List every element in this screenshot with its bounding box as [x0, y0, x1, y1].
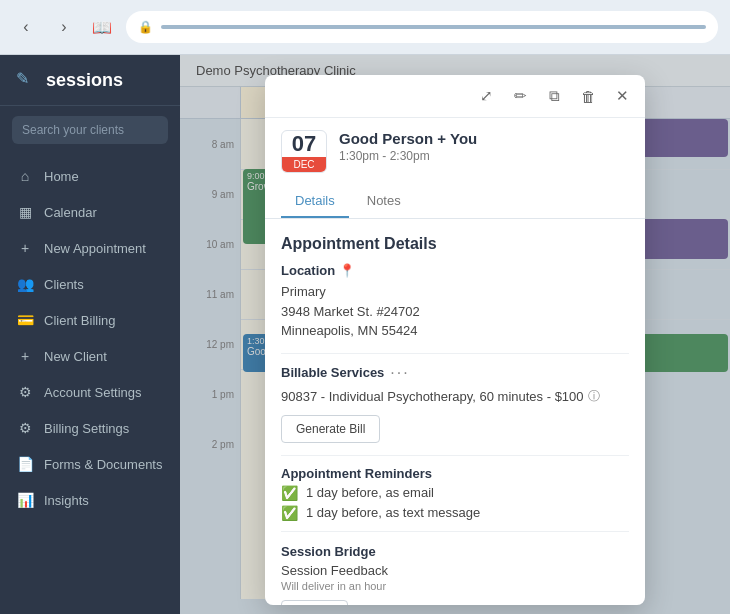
- modal-body: Appointment Details Location 📍 Primary 3…: [265, 219, 645, 605]
- location-address2: Minneapolis, MN 55424: [281, 321, 629, 341]
- info-icon: ⓘ: [588, 388, 600, 405]
- sidebar-logo-text: sessions: [46, 70, 123, 91]
- event-time: 1:30pm - 2:30pm: [339, 149, 477, 163]
- billable-value: 90837 - Individual Psychotherapy, 60 min…: [281, 388, 629, 405]
- close-button[interactable]: ✕: [609, 83, 635, 109]
- location-pin-icon: 📍: [339, 263, 355, 278]
- calendar-icon: ▦: [16, 204, 34, 220]
- event-title: Good Person + You: [339, 130, 477, 147]
- home-icon: ⌂: [16, 168, 34, 184]
- sidebar-nav: ⌂ Home ▦ Calendar + New Appointment 👥 Cl…: [0, 154, 180, 614]
- modal-toolbar: ⤢ ✏ ⧉ 🗑 ✕: [265, 75, 645, 118]
- sidebar-item-billing-settings[interactable]: ⚙ Billing Settings: [0, 410, 180, 446]
- tab-notes-label: Notes: [367, 193, 401, 208]
- location-type: Primary: [281, 282, 629, 302]
- sidebar-item-insights-label: Insights: [44, 493, 89, 508]
- sidebar-item-insights[interactable]: 📊 Insights: [0, 482, 180, 518]
- event-date-badge: 07 Dec: [281, 130, 327, 173]
- sidebar-item-billing-settings-label: Billing Settings: [44, 421, 129, 436]
- modal-overlay: ⤢ ✏ ⧉ 🗑 ✕ 07 Dec Good Person + You 1:30p…: [180, 55, 730, 614]
- back-button[interactable]: ‹: [12, 13, 40, 41]
- settings-icon: ⚙: [16, 384, 34, 400]
- divider-2: [281, 455, 629, 456]
- billable-more-icon[interactable]: ···: [390, 364, 409, 382]
- sidebar: ✎ sessions ⌂ Home ▦ Calendar + New Appoi…: [0, 55, 180, 614]
- sidebar-item-client-billing[interactable]: 💳 Client Billing: [0, 302, 180, 338]
- event-info: Good Person + You 1:30pm - 2:30pm: [339, 130, 477, 163]
- sidebar-item-home-label: Home: [44, 169, 79, 184]
- sidebar-item-new-appointment-label: New Appointment: [44, 241, 146, 256]
- address-fill: [161, 25, 706, 29]
- copy-button[interactable]: ⧉: [541, 83, 567, 109]
- plus-icon: +: [16, 240, 34, 256]
- session-feedback-label: Session Feedback: [281, 563, 629, 578]
- tab-notes[interactable]: Notes: [353, 185, 415, 218]
- main-layout: ✎ sessions ⌂ Home ▦ Calendar + New Appoi…: [0, 55, 730, 614]
- reminder-item-1: ✅ 1 day before, as email: [281, 485, 629, 501]
- appointment-details-title: Appointment Details: [281, 235, 629, 253]
- location-label-text: Location: [281, 263, 335, 278]
- sidebar-item-new-appointment[interactable]: + New Appointment: [0, 230, 180, 266]
- session-feedback-sub: Will deliver in an hour: [281, 580, 629, 592]
- session-bridge-title: Session Bridge: [281, 544, 629, 559]
- forms-icon: 📄: [16, 456, 34, 472]
- event-date-day: 07: [282, 131, 326, 157]
- location-value: Primary 3948 Market St. #24702 Minneapol…: [281, 282, 629, 341]
- sidebar-item-account-settings-label: Account Settings: [44, 385, 142, 400]
- delete-button[interactable]: 🗑: [575, 83, 601, 109]
- sidebar-item-new-client[interactable]: + New Client: [0, 338, 180, 374]
- billable-header: Billable Services ···: [281, 364, 629, 382]
- appointment-modal: ⤢ ✏ ⧉ 🗑 ✕ 07 Dec Good Person + You 1:30p…: [265, 75, 645, 605]
- billable-text: 90837 - Individual Psychotherapy, 60 min…: [281, 389, 584, 404]
- cancel-button[interactable]: Cancel: [281, 600, 348, 605]
- bookmark-icon: 📖: [88, 13, 116, 41]
- divider-1: [281, 353, 629, 354]
- sidebar-item-account-settings[interactable]: ⚙ Account Settings: [0, 374, 180, 410]
- check-icon-2: ✅: [281, 505, 298, 521]
- sidebar-item-clients-label: Clients: [44, 277, 84, 292]
- modal-tabs: Details Notes: [265, 185, 645, 219]
- sidebar-search-container: [0, 106, 180, 154]
- billing-settings-icon: ⚙: [16, 420, 34, 436]
- address-bar[interactable]: 🔒: [126, 11, 718, 43]
- reminder-text-2: 1 day before, as text message: [306, 505, 480, 520]
- sidebar-item-calendar-label: Calendar: [44, 205, 97, 220]
- sidebar-item-home[interactable]: ⌂ Home: [0, 158, 180, 194]
- browser-chrome: ‹ › 📖 🔒: [0, 0, 730, 55]
- insights-icon: 📊: [16, 492, 34, 508]
- sidebar-item-forms-documents[interactable]: 📄 Forms & Documents: [0, 446, 180, 482]
- tab-details[interactable]: Details: [281, 185, 349, 218]
- event-date-month: Dec: [282, 157, 326, 172]
- sidebar-logo: ✎ sessions: [0, 55, 180, 106]
- sidebar-item-new-client-label: New Client: [44, 349, 107, 364]
- location-label: Location 📍: [281, 263, 629, 278]
- billable-label: Billable Services: [281, 365, 384, 380]
- modal-event-header: 07 Dec Good Person + You 1:30pm - 2:30pm: [265, 118, 645, 185]
- tab-details-label: Details: [295, 193, 335, 208]
- location-address1: 3948 Market St. #24702: [281, 302, 629, 322]
- expand-button[interactable]: ⤢: [473, 83, 499, 109]
- reminders-label: Appointment Reminders: [281, 466, 629, 481]
- reminder-text-1: 1 day before, as email: [306, 485, 434, 500]
- forward-button[interactable]: ›: [50, 13, 78, 41]
- sidebar-item-client-billing-label: Client Billing: [44, 313, 116, 328]
- new-client-icon: +: [16, 348, 34, 364]
- divider-3: [281, 531, 629, 532]
- sidebar-item-clients[interactable]: 👥 Clients: [0, 266, 180, 302]
- lock-icon: 🔒: [138, 20, 153, 34]
- reminder-item-2: ✅ 1 day before, as text message: [281, 505, 629, 521]
- reminders-label-text: Appointment Reminders: [281, 466, 432, 481]
- billing-icon: 💳: [16, 312, 34, 328]
- clients-icon: 👥: [16, 276, 34, 292]
- sessions-logo-icon: ✎: [16, 69, 38, 91]
- generate-bill-button[interactable]: Generate Bill: [281, 415, 380, 443]
- search-input[interactable]: [12, 116, 168, 144]
- check-icon-1: ✅: [281, 485, 298, 501]
- content-area: Demo Psychotherapy Clinic Wed 12/7 Th 8 …: [180, 55, 730, 614]
- sidebar-item-forms-documents-label: Forms & Documents: [44, 457, 162, 472]
- edit-button[interactable]: ✏: [507, 83, 533, 109]
- sidebar-item-calendar[interactable]: ▦ Calendar: [0, 194, 180, 230]
